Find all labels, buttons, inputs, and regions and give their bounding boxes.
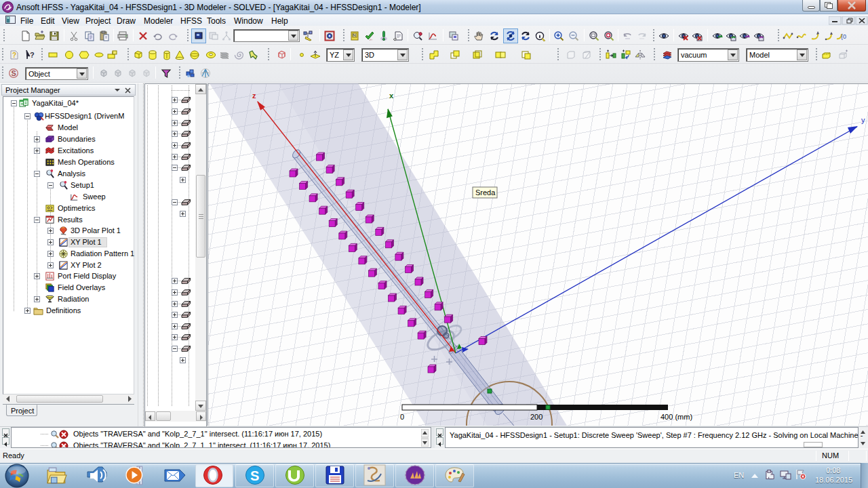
- svg-text:200: 200: [530, 413, 542, 421]
- svg-text:?: ?: [30, 51, 35, 59]
- svg-text:Sreda: Sreda: [475, 188, 496, 197]
- svg-text:y: y: [861, 116, 865, 124]
- svg-text:0: 0: [400, 413, 404, 421]
- svg-text:{0}: {0}: [841, 33, 846, 40]
- svg-text:?: ?: [12, 52, 16, 59]
- svg-text:x: x: [389, 92, 394, 100]
- svg-text:S: S: [12, 69, 16, 77]
- svg-text:S: S: [250, 468, 259, 483]
- svg-text:400 (mm): 400 (mm): [660, 413, 692, 421]
- svg-text:z: z: [252, 92, 256, 100]
